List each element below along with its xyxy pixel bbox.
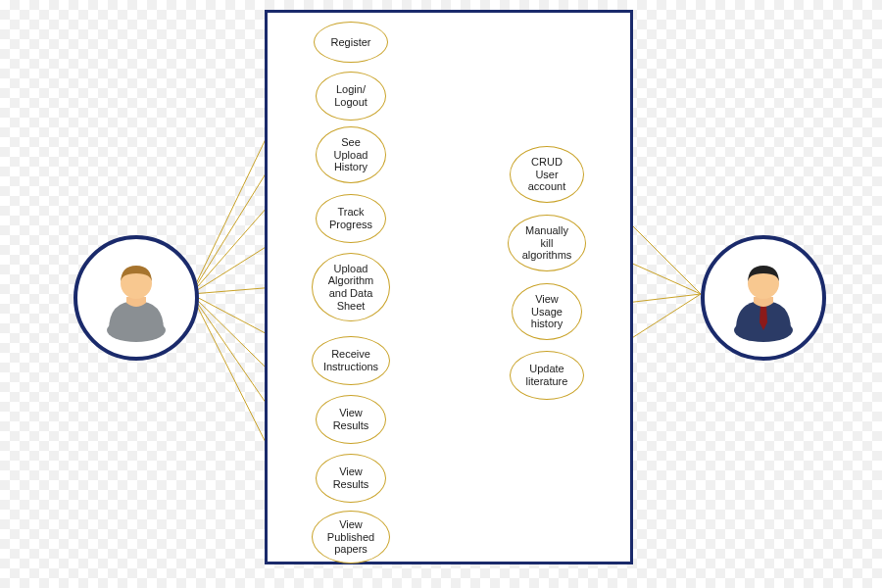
usecase: TrackProgress	[316, 194, 386, 243]
usecase: Login/Logout	[316, 72, 386, 121]
diagram-canvas: RegisterLogin/LogoutSeeUploadHistoryTrac…	[0, 0, 882, 588]
usecase-label: Manuallykillalgorithms	[522, 224, 572, 262]
actor-user	[74, 235, 199, 361]
usecase: UploadAlgorithmand DataSheet	[312, 253, 390, 321]
usecase-label: TrackProgress	[329, 206, 372, 230]
usecase: ReceiveInstructions	[312, 336, 390, 385]
usecase: Updateliterature	[510, 351, 584, 400]
usecase: SeeUploadHistory	[316, 126, 386, 183]
usecase-label: ViewPublishedpapers	[327, 518, 374, 556]
usecase-label: ViewUsagehistory	[531, 293, 563, 330]
usecase-label: Updateliterature	[526, 363, 568, 387]
usecase-label: ViewResults	[333, 407, 369, 431]
usecase: ViewPublishedpapers	[312, 511, 390, 564]
usecase-label: Register	[331, 36, 371, 49]
usecase: ViewResults	[316, 454, 386, 503]
usecase-label: SeeUploadHistory	[334, 136, 368, 173]
usecase: ViewUsagehistory	[512, 283, 582, 340]
usecase: CRUDUseraccount	[510, 146, 584, 203]
usecase-label: CRUDUseraccount	[528, 156, 566, 193]
usecase-label: ReceiveInstructions	[323, 348, 378, 372]
usecase: Manuallykillalgorithms	[508, 215, 586, 271]
usecase-label: Login/Logout	[334, 83, 368, 108]
actor-admin	[701, 235, 826, 361]
usecase-label: UploadAlgorithmand DataSheet	[328, 263, 373, 313]
usecase: ViewResults	[316, 395, 386, 444]
usecase: Register	[314, 22, 388, 63]
usecase-label: ViewResults	[333, 466, 369, 490]
